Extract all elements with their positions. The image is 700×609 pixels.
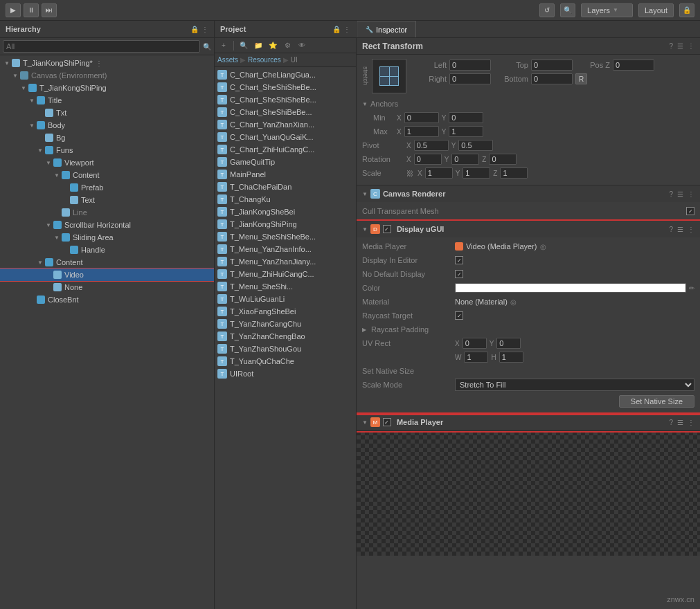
- asset-item-8[interactable]: T MainPanel: [215, 168, 356, 181]
- asset-item-14[interactable]: T T_Menu_YanZhanInfo...: [215, 243, 356, 255]
- rot-x-input[interactable]: [414, 154, 442, 165]
- scale-mode-select[interactable]: Stretch To Fill: [455, 379, 694, 391]
- anchor-max-y-input[interactable]: [449, 126, 483, 137]
- color-edit-icon[interactable]: ✏: [689, 284, 694, 292]
- hierarchy-item-none[interactable]: None: [0, 281, 214, 293]
- inspector-menu-icon[interactable]: ⋮: [688, 42, 694, 50]
- anchor-max-x-input[interactable]: [404, 126, 439, 137]
- rot-y-input[interactable]: [451, 154, 479, 165]
- layers-dropdown[interactable]: Layers ▼: [581, 3, 633, 17]
- uv-w-input[interactable]: [464, 352, 488, 363]
- hierarchy-item-title[interactable]: Title: [0, 94, 214, 107]
- play-button[interactable]: ▶: [6, 3, 21, 17]
- breadcrumb-assets[interactable]: Assets: [217, 56, 238, 64]
- hierarchy-item-bg[interactable]: Bg: [0, 131, 214, 144]
- hierarchy-item-handle[interactable]: Handle: [0, 244, 214, 256]
- hierarchy-item-root[interactable]: T_JianKongShiPing* ⋮: [0, 57, 214, 69]
- asset-item-13[interactable]: T T_Menu_SheShiSheBe...: [215, 230, 356, 243]
- hierarchy-item-funs[interactable]: Funs: [0, 144, 214, 156]
- asset-item-6[interactable]: T C_Chart_ZhiHuiCangC...: [215, 143, 356, 156]
- asset-item-9[interactable]: T T_ChaChePaiDan: [215, 181, 356, 193]
- asset-item-10[interactable]: T T_ChangKu: [215, 193, 356, 206]
- pivot-x-input[interactable]: [414, 140, 449, 151]
- hierarchy-menu-icon[interactable]: ⋮: [201, 26, 208, 33]
- project-star-icon[interactable]: ⭐: [267, 39, 279, 52]
- media-player-settings-icon[interactable]: ☰: [677, 419, 683, 426]
- mediaplayer-link-icon[interactable]: ◎: [540, 243, 546, 251]
- asset-item-5[interactable]: T C_Chart_YuanQuGaiK...: [215, 131, 356, 143]
- asset-item-18[interactable]: T T_WuLiuGuanLi: [215, 293, 356, 305]
- hierarchy-item-txt[interactable]: Txt: [0, 107, 214, 119]
- hierarchy-item-line[interactable]: Line: [0, 206, 214, 219]
- tab-inspector[interactable]: 🔧 Inspector: [357, 21, 416, 37]
- hierarchy-item-body[interactable]: Body: [0, 119, 214, 131]
- canvas-renderer-header[interactable]: C Canvas Renderer ? ☰ ⋮: [357, 185, 700, 202]
- set-native-size-button[interactable]: Set Native Size: [619, 395, 694, 408]
- uv-h-input[interactable]: [499, 352, 523, 363]
- hierarchy-item-viewport[interactable]: Viewport: [0, 156, 214, 169]
- hierarchy-search-icon[interactable]: 🔍: [203, 43, 211, 51]
- anchor-min-y-input[interactable]: [449, 112, 483, 123]
- color-swatch[interactable]: [455, 283, 686, 293]
- rt-top-input[interactable]: [531, 60, 573, 71]
- asset-item-3[interactable]: T C_Chart_SheShiBeBe...: [215, 106, 356, 118]
- pause-button[interactable]: ⏸: [24, 3, 39, 17]
- hierarchy-item-text[interactable]: Text: [0, 194, 214, 206]
- display-ugui-header[interactable]: D ✓ Display uGUI ? ☰ ⋮: [357, 221, 700, 237]
- hierarchy-item-content2[interactable]: Content: [0, 256, 214, 269]
- lock-button[interactable]: 🔒: [679, 3, 694, 17]
- inspector-settings-icon[interactable]: ☰: [677, 42, 683, 50]
- uv-x-input[interactable]: [463, 338, 487, 349]
- scale-y-input[interactable]: [463, 167, 490, 179]
- anchor-min-x-input[interactable]: [404, 112, 439, 123]
- uv-y-input[interactable]: [496, 338, 521, 349]
- rt-stretch-widget[interactable]: [372, 59, 406, 93]
- project-eye-icon[interactable]: 👁: [296, 39, 308, 52]
- project-add-button[interactable]: +: [217, 39, 230, 52]
- asset-item-23[interactable]: T T_YuanQuChaChe: [215, 355, 356, 367]
- asset-item-12[interactable]: T T_JianKongShiPing: [215, 218, 356, 230]
- media-player-header[interactable]: M ✓ Media Player ? ☰ ⋮: [357, 414, 700, 430]
- display-ugui-menu-icon[interactable]: ⋮: [688, 226, 694, 233]
- project-menu-icon[interactable]: ⋮: [343, 26, 350, 33]
- asset-item-7[interactable]: T GameQuitTip: [215, 156, 356, 168]
- rt-left-input[interactable]: [449, 60, 491, 71]
- media-player-help-icon[interactable]: ?: [669, 419, 673, 426]
- rt-right-input[interactable]: [449, 73, 491, 84]
- rt-r-button[interactable]: R: [575, 73, 587, 84]
- canvas-renderer-menu-icon[interactable]: ⋮: [688, 190, 694, 198]
- hierarchy-item-video[interactable]: Video: [0, 269, 214, 281]
- display-ugui-enabled-checkbox[interactable]: ✓: [383, 225, 391, 233]
- media-player-enabled-checkbox[interactable]: ✓: [383, 418, 391, 426]
- hierarchy-item-canvas-env[interactable]: Canvas (Environment): [0, 69, 214, 82]
- display-ugui-help-icon[interactable]: ?: [669, 226, 673, 233]
- asset-item-11[interactable]: T T_JianKongSheBei: [215, 206, 356, 218]
- asset-item-24[interactable]: T UIRoot: [215, 367, 356, 380]
- scale-z-input[interactable]: [500, 167, 528, 179]
- asset-item-22[interactable]: T T_YanZhanShouGou: [215, 343, 356, 355]
- cull-transparent-checkbox[interactable]: ✓: [686, 207, 694, 215]
- display-ugui-settings-icon[interactable]: ☰: [677, 226, 683, 233]
- hierarchy-item-closebnt[interactable]: CloseBnt: [0, 293, 214, 306]
- hierarchy-item-prefab[interactable]: Prefab: [0, 181, 214, 194]
- asset-item-2[interactable]: T C_Chart_SheShiSheBe...: [215, 93, 356, 106]
- breadcrumb-resources[interactable]: Resources: [248, 56, 281, 64]
- search-button[interactable]: 🔍: [560, 3, 575, 17]
- undo-button[interactable]: ↺: [539, 3, 555, 17]
- hierarchy-item-sliding[interactable]: Sliding Area: [0, 231, 214, 244]
- canvas-renderer-settings-icon[interactable]: ☰: [677, 190, 683, 198]
- material-link-icon[interactable]: ◎: [510, 298, 517, 306]
- step-button[interactable]: ⏭: [42, 3, 57, 17]
- hierarchy-item-scrollbar[interactable]: Scrollbar Horizontal: [0, 219, 214, 231]
- rt-bottom-input[interactable]: [531, 73, 573, 84]
- rot-z-input[interactable]: [489, 154, 517, 165]
- asset-item-15[interactable]: T T_Menu_YanZhanJiany...: [215, 255, 356, 268]
- asset-item-17[interactable]: T T_Menu_SheShi...: [215, 280, 356, 293]
- project-settings-icon[interactable]: ⚙: [281, 39, 294, 52]
- hierarchy-item-jksp[interactable]: T_JianKongShiPing: [0, 82, 214, 94]
- layout-button[interactable]: Layout: [638, 3, 674, 17]
- asset-item-4[interactable]: T C_Chart_YanZhanXian...: [215, 118, 356, 131]
- hierarchy-menu-dots[interactable]: ⋮: [96, 60, 102, 67]
- media-player-menu-icon[interactable]: ⋮: [688, 419, 694, 426]
- asset-item-19[interactable]: T T_XiaoFangSheBei: [215, 305, 356, 318]
